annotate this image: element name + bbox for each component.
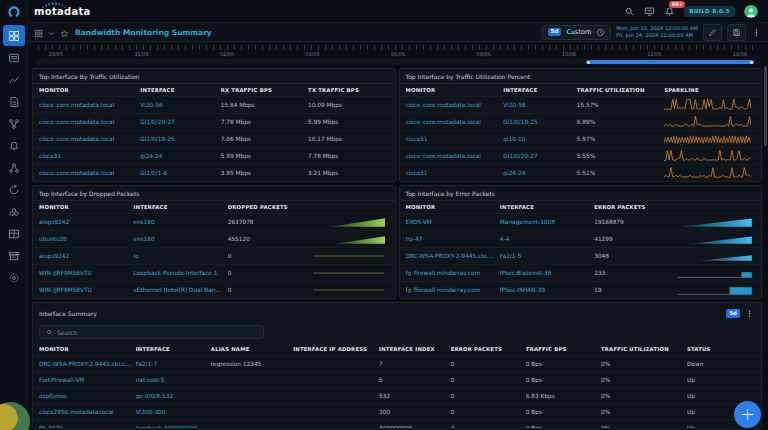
search-icon[interactable]: [624, 6, 635, 17]
monitor-link[interactable]: cisco_core.motadata.local: [39, 119, 140, 125]
value-cell: 0: [451, 409, 526, 415]
topology-icon: [8, 162, 20, 174]
interface-link[interactable]: Fa2/1-5: [500, 253, 594, 259]
sparkline-chart: [312, 250, 386, 262]
interface-link[interactable]: ge-0/0/8-532: [136, 393, 211, 399]
edit-dashboard-button[interactable]: [703, 24, 722, 41]
value-cell: 6.89%: [577, 119, 664, 125]
dashboard-grid-icon[interactable]: [34, 23, 43, 42]
timeline-track[interactable]: [36, 59, 760, 65]
dashboard-more-menu[interactable]: [751, 26, 762, 39]
interface-link[interactable]: Fa2/1-7: [136, 361, 211, 367]
monitor-link[interactable]: DRC-WSA-PROXY-2-9445.cbi.co.in: [406, 253, 500, 259]
monitor-link[interactable]: FortiFirewall-VM: [39, 377, 136, 383]
add-button[interactable]: [734, 401, 761, 428]
monitor-link[interactable]: fg_firewall.mindarray.com: [406, 270, 500, 276]
monitor-link[interactable]: PA-3020: [39, 425, 136, 430]
monitor-link[interactable]: cisco31: [406, 170, 504, 176]
interface-link[interactable]: IPsec-Blazenet-38: [500, 270, 594, 276]
sidebar-nav: [3, 24, 25, 289]
interface-link[interactable]: lo: [133, 253, 227, 259]
search-input[interactable]: [57, 329, 257, 336]
column-header: INTERFACE: [136, 346, 211, 352]
panel-title: Top Interface by Traffic Utilization Per…: [400, 69, 762, 84]
monitor-link[interactable]: hp-47: [406, 236, 500, 242]
chevron-down-icon[interactable]: [47, 23, 56, 42]
interface-link[interactable]: Gi1/0/1-6: [140, 170, 220, 176]
interface-link[interactable]: nat.root-5: [136, 377, 211, 383]
table-row: aiops9242ens1602637978: [33, 214, 395, 231]
interface-link[interactable]: vEthernet (Intel(R) Dual Band Wirele...: [133, 287, 227, 293]
sidebar-item-settings[interactable]: [3, 267, 25, 288]
interface-link[interactable]: Vl20-56: [503, 102, 576, 108]
favorite-star-icon[interactable]: [60, 23, 69, 42]
monitor-link[interactable]: aiops9242: [39, 219, 133, 225]
dashboard-header: Bandwidth Monitoring Summary 5d Custom M…: [28, 22, 768, 42]
sidebar-item-flow-explorer[interactable]: [3, 113, 25, 134]
monitor-link[interactable]: cisco_core.motadata.local: [39, 170, 140, 176]
monitor-link[interactable]: WIN-JJRF9M58VTU: [39, 270, 133, 276]
sidebar-item-automation[interactable]: [3, 179, 25, 200]
sparkline-chart: [312, 233, 386, 245]
user-avatar[interactable]: [744, 4, 758, 18]
interface-link[interactable]: Vl20-56: [140, 102, 220, 108]
monitor-link[interactable]: ubuntu20: [39, 236, 133, 242]
save-dashboard-button[interactable]: [727, 24, 746, 41]
monitor-link[interactable]: cisco_core.motadata.local: [406, 102, 504, 108]
interface-link[interactable]: Management-1008: [500, 219, 594, 225]
interface-link[interactable]: Gi1/0/20-27: [503, 153, 576, 159]
monitor-link[interactable]: fg_firewall.mindarray.com: [406, 287, 500, 293]
interface-link[interactable]: Gi1/0/18-25: [140, 136, 220, 142]
sidebar-item-alerts[interactable]: [3, 135, 25, 156]
selection-handle-left[interactable]: [587, 61, 590, 64]
value-cell: 3048: [594, 253, 678, 259]
monitor-link[interactable]: cisco_core.motadata.local: [39, 102, 140, 108]
monitor-link[interactable]: ospfjunos: [39, 393, 136, 399]
monitor-link[interactable]: WIN-JJRF9M58VTU: [39, 287, 133, 293]
interface-link[interactable]: Loopback Pseudo-Interface 1: [133, 270, 227, 276]
monitor-link[interactable]: cisco_core.motadata.local: [406, 119, 504, 125]
time-range-selector[interactable]: 5d Custom: [542, 25, 612, 40]
value-cell: 0%: [601, 393, 687, 399]
interface-link[interactable]: Vl300-300: [136, 409, 211, 415]
interface-link[interactable]: gi24-24: [503, 170, 576, 176]
save-icon: [732, 28, 741, 37]
sidebar-item-reports[interactable]: [3, 223, 25, 244]
monitor-link[interactable]: cisco_core.motadata.local: [39, 136, 140, 142]
interface-link[interactable]: IPSec-ISHAN-39: [500, 287, 594, 293]
interface-link[interactable]: ens160: [133, 219, 227, 225]
summary-search[interactable]: [39, 325, 264, 339]
sidebar-item-monitors[interactable]: [3, 47, 25, 68]
monitor-link[interactable]: cisco2950.motadata.local: [39, 409, 136, 415]
sidebar-item-log-explorer[interactable]: [3, 91, 25, 112]
brand-logo-icon[interactable]: [0, 0, 28, 24]
interface-link[interactable]: ens160: [133, 236, 227, 242]
selection-handle-right[interactable]: [750, 61, 753, 64]
monitor-link[interactable]: cisco_core.motadata.local: [406, 153, 504, 159]
sidebar-item-topology[interactable]: [3, 157, 25, 178]
interface-link[interactable]: gi24-24: [140, 153, 220, 159]
sparkline-cell: [312, 216, 389, 228]
monitor-link[interactable]: cisco31: [39, 153, 140, 159]
sidebar-item-dashboard[interactable]: [3, 25, 25, 46]
monitor-link[interactable]: DRC-WSA-PROXY-2-9445.cbi.co.in: [39, 361, 136, 367]
timeline-selection[interactable]: [586, 60, 754, 64]
monitor-link[interactable]: aiops9242: [39, 253, 133, 259]
interface-link[interactable]: 4-4: [500, 236, 594, 242]
interface-link[interactable]: Gi1/0/20-27: [140, 119, 220, 125]
summary-more-menu[interactable]: [744, 307, 755, 320]
value-cell: 5.99 Mbps: [308, 119, 388, 125]
notifications-bell-icon[interactable]: 99+: [664, 6, 675, 17]
value-cell: 41299: [594, 236, 678, 242]
interface-link[interactable]: Gi1/0/18-25: [503, 119, 576, 125]
remote-display-icon[interactable]: [644, 6, 655, 17]
interface-link[interactable]: loopback-300000000: [136, 425, 211, 430]
monitor-link[interactable]: EXOS-VM: [406, 219, 500, 225]
sidebar-item-audit[interactable]: [3, 245, 25, 266]
interface-link[interactable]: gi10-10: [503, 136, 576, 142]
page-scrollbar[interactable]: [764, 66, 767, 146]
sidebar-item-metric-explorer[interactable]: [3, 69, 25, 90]
sidebar-item-discovery[interactable]: [3, 201, 25, 222]
value-cell: 0: [228, 253, 312, 259]
monitor-link[interactable]: cisco31: [406, 136, 504, 142]
